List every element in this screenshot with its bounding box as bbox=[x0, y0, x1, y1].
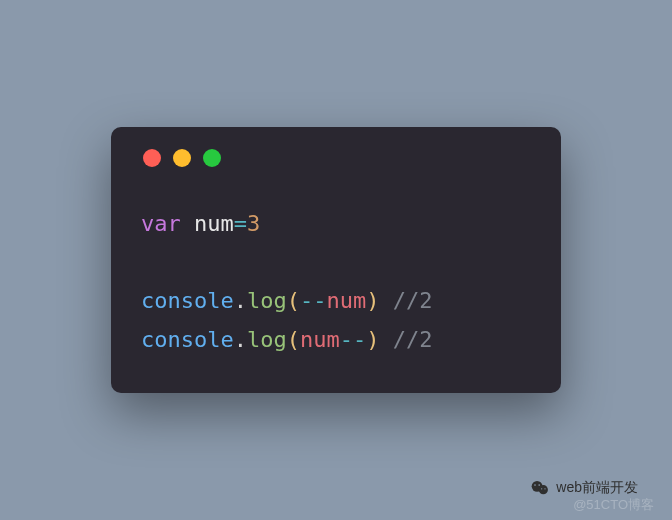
close-icon bbox=[143, 149, 161, 167]
blank-line bbox=[141, 244, 531, 283]
pre-decrement: -- bbox=[300, 288, 327, 313]
lparen: ( bbox=[287, 288, 300, 313]
comment: //2 bbox=[393, 327, 433, 352]
footer-credit: web前端开发 bbox=[530, 478, 638, 498]
svg-point-3 bbox=[539, 484, 541, 486]
traffic-lights bbox=[143, 149, 531, 167]
footer-credit-text: web前端开发 bbox=[556, 479, 638, 497]
rparen: ) bbox=[366, 288, 379, 313]
code-content: var num=3console.log(--num) //2console.l… bbox=[141, 205, 531, 359]
svg-point-1 bbox=[539, 485, 548, 494]
code-line-1: var num=3 bbox=[141, 205, 531, 244]
arg-num: num bbox=[326, 288, 366, 313]
number-literal: 3 bbox=[247, 211, 260, 236]
code-line-3: console.log(--num) //2 bbox=[141, 282, 531, 321]
keyword-var: var bbox=[141, 211, 181, 236]
maximize-icon bbox=[203, 149, 221, 167]
rparen: ) bbox=[366, 327, 379, 352]
watermark: @51CTO博客 bbox=[573, 496, 654, 514]
svg-point-4 bbox=[541, 488, 542, 489]
object-console: console bbox=[141, 327, 234, 352]
svg-point-2 bbox=[534, 484, 536, 486]
method-log: log bbox=[247, 327, 287, 352]
code-window: var num=3console.log(--num) //2console.l… bbox=[111, 127, 561, 393]
minimize-icon bbox=[173, 149, 191, 167]
post-decrement: -- bbox=[340, 327, 367, 352]
object-console: console bbox=[141, 288, 234, 313]
wechat-icon bbox=[530, 478, 550, 498]
dot: . bbox=[234, 288, 247, 313]
identifier-num: num bbox=[194, 211, 234, 236]
comment: //2 bbox=[393, 288, 433, 313]
operator-assign: = bbox=[234, 211, 247, 236]
dot: . bbox=[234, 327, 247, 352]
code-line-4: console.log(num--) //2 bbox=[141, 321, 531, 360]
arg-num: num bbox=[300, 327, 340, 352]
method-log: log bbox=[247, 288, 287, 313]
lparen: ( bbox=[287, 327, 300, 352]
svg-point-5 bbox=[545, 488, 546, 489]
